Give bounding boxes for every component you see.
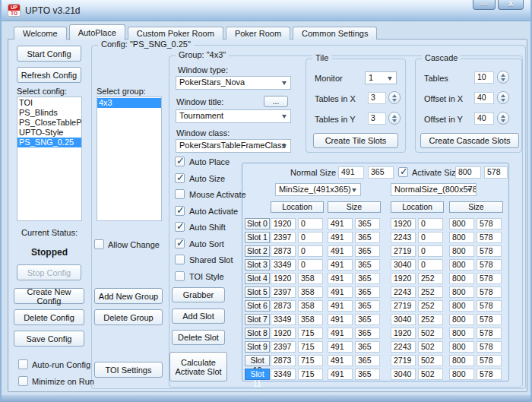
option-checkbox[interactable] <box>175 255 185 264</box>
config-list-item[interactable]: PS_Blinds <box>17 108 81 118</box>
slot-normal-width-field[interactable]: 491 <box>328 300 353 312</box>
offset-in-x-field[interactable]: 40 <box>474 92 494 104</box>
slot-activate-x-field[interactable]: 2243 <box>391 286 416 298</box>
option-checkbox[interactable] <box>175 157 185 166</box>
activate-width-field[interactable]: 800 <box>455 166 481 179</box>
window-type-dropdown[interactable]: PokerStars_Nova <box>176 76 291 90</box>
slot-activate-y-field[interactable]: 252 <box>418 300 443 312</box>
slot-normal-y-field[interactable]: 0 <box>298 259 323 271</box>
slot-label[interactable]: Slot 11 <box>245 369 270 380</box>
refresh-config-button[interactable]: Refresh Config <box>17 67 81 83</box>
tab[interactable]: Welcome <box>14 27 67 40</box>
slot-activate-height-field[interactable]: 578 <box>477 232 502 243</box>
slot-activate-x-field[interactable]: 1920 <box>391 218 416 229</box>
option-checkbox[interactable] <box>175 222 185 232</box>
slot-normal-height-field[interactable]: 365 <box>355 314 380 325</box>
slot-normal-height-field[interactable]: 365 <box>355 259 380 271</box>
slot-activate-y-field[interactable]: 0 <box>418 232 443 243</box>
slot-activate-width-field[interactable]: 800 <box>449 286 474 298</box>
minimize-button[interactable]: — <box>473 0 496 10</box>
activate-size-checkbox[interactable] <box>398 167 408 177</box>
slot-activate-height-field[interactable]: 578 <box>477 273 502 284</box>
slot-label[interactable]: Slot 9 <box>245 341 270 353</box>
slot-label[interactable]: Slot 1 <box>245 232 270 243</box>
slot-normal-x-field[interactable]: 1920 <box>271 328 296 339</box>
normal-width-field[interactable]: 491 <box>338 166 364 179</box>
slot-normal-width-field[interactable]: 491 <box>328 286 353 298</box>
slot-activate-x-field[interactable]: 2719 <box>391 300 416 312</box>
slot-normal-y-field[interactable]: 715 <box>298 328 323 339</box>
slot-normal-y-field[interactable]: 0 <box>298 245 323 257</box>
slot-activate-y-field[interactable]: 252 <box>418 314 443 325</box>
minimize-on-run-checkbox[interactable] <box>18 376 28 386</box>
option-checkbox[interactable] <box>175 189 185 199</box>
slot-normal-y-field[interactable]: 358 <box>298 286 323 298</box>
autorun-config-checkbox[interactable] <box>18 359 28 369</box>
delete-slot-button[interactable]: Delete Slot <box>172 330 225 345</box>
slot-normal-width-field[interactable]: 491 <box>328 259 353 271</box>
cascade-tables-stepper[interactable] <box>497 71 509 84</box>
slot-normal-width-field[interactable]: 491 <box>328 314 353 325</box>
slot-label[interactable]: Slot 0 <box>245 218 270 229</box>
config-listbox[interactable]: TOI PS_Blinds PS_CloseTablePop UPTO-Styl… <box>17 97 82 221</box>
slot-label[interactable]: Slot 5 <box>245 286 270 298</box>
slot-label[interactable]: Slot 6 <box>245 300 270 312</box>
slot-activate-height-field[interactable]: 578 <box>477 300 502 312</box>
slot-normal-width-field[interactable]: 491 <box>328 218 353 229</box>
tab[interactable]: AutoPlace <box>69 24 125 40</box>
slot-normal-height-field[interactable]: 365 <box>355 328 380 339</box>
cascade-tables-field[interactable]: 10 <box>474 71 494 84</box>
activate-height-field[interactable]: 578 <box>484 166 508 179</box>
slot-activate-y-field[interactable]: 502 <box>418 369 443 380</box>
slot-activate-height-field[interactable]: 578 <box>477 218 502 229</box>
slot-activate-width-field[interactable]: 800 <box>449 300 474 312</box>
slot-activate-width-field[interactable]: 800 <box>449 273 474 284</box>
slot-activate-x-field[interactable]: 1920 <box>391 273 416 284</box>
allow-change-checkbox[interactable] <box>94 239 104 249</box>
group-listbox[interactable]: 4x3 <box>97 97 162 221</box>
tables-in-y-field[interactable]: 3 <box>368 112 386 125</box>
slot-activate-y-field[interactable]: 0 <box>418 259 443 271</box>
slot-activate-width-field[interactable]: 800 <box>449 232 474 243</box>
slot-normal-height-field[interactable]: 365 <box>355 300 380 312</box>
slot-activate-y-field[interactable]: 252 <box>418 273 443 284</box>
slot-normal-y-field[interactable]: 358 <box>298 300 323 312</box>
slot-activate-height-field[interactable]: 578 <box>477 259 502 271</box>
slot-activate-width-field[interactable]: 800 <box>449 369 474 380</box>
offset-in-y-field[interactable]: 40 <box>474 112 494 125</box>
slot-activate-width-field[interactable]: 800 <box>449 314 474 325</box>
slot-activate-height-field[interactable]: 578 <box>477 286 502 298</box>
window-class-dropdown[interactable]: PokerStarsTableFrameClass <box>176 139 291 153</box>
slot-activate-width-field[interactable]: 800 <box>449 218 474 229</box>
activate-preset-dropdown[interactable]: NormalSize_(800x578) <box>391 183 477 196</box>
option-checkbox[interactable] <box>175 206 185 216</box>
delete-config-button[interactable]: Delete Config <box>14 309 84 325</box>
option-checkbox[interactable] <box>175 239 185 248</box>
slot-normal-x-field[interactable]: 3349 <box>271 314 296 325</box>
slot-normal-x-field[interactable]: 2397 <box>271 341 296 353</box>
window-title-dropdown[interactable]: Tournament <box>176 109 291 123</box>
offset-in-x-stepper[interactable] <box>497 91 509 104</box>
toi-settings-button[interactable]: TOI Settings <box>94 362 163 378</box>
slot-normal-height-field[interactable]: 365 <box>355 232 380 243</box>
slot-label[interactable]: Slot 3 <box>245 259 270 271</box>
slot-normal-height-field[interactable]: 365 <box>355 273 380 284</box>
slot-normal-width-field[interactable]: 491 <box>328 245 353 257</box>
config-list-item[interactable]: PS_SNG_0.25 <box>17 138 81 147</box>
close-button[interactable]: X <box>498 0 524 10</box>
slot-normal-height-field[interactable]: 365 <box>355 245 380 257</box>
slot-normal-y-field[interactable]: 715 <box>298 355 323 366</box>
calculate-activate-slot-button[interactable]: Calculate Activate Slot <box>169 352 227 381</box>
slot-normal-x-field[interactable]: 2873 <box>271 300 296 312</box>
slot-activate-height-field[interactable]: 578 <box>477 328 502 339</box>
activate-location-header[interactable]: Location <box>391 201 444 213</box>
config-list-item[interactable]: TOI <box>17 98 81 108</box>
slot-activate-x-field[interactable]: 3040 <box>391 259 416 271</box>
slot-normal-x-field[interactable]: 2397 <box>271 286 296 298</box>
slot-activate-y-field[interactable]: 252 <box>418 286 443 298</box>
slot-normal-x-field[interactable]: 3349 <box>271 369 296 380</box>
slot-activate-x-field[interactable]: 1920 <box>391 328 416 339</box>
option-checkbox[interactable] <box>175 173 185 183</box>
slot-activate-y-field[interactable]: 502 <box>418 341 443 353</box>
add-new-group-button[interactable]: Add New Group <box>94 288 163 304</box>
